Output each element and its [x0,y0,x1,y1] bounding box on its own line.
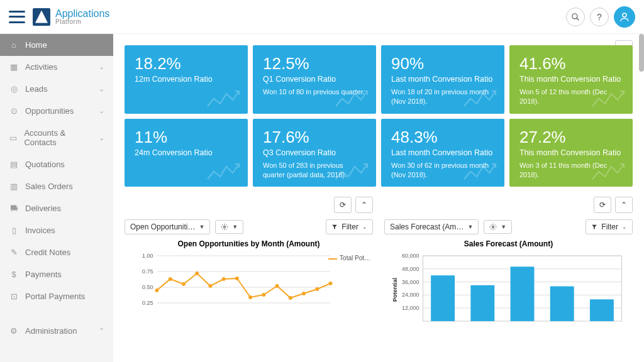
sidebar-item-label: Credit Notes [25,248,70,257]
sidebar-item-label: Home [25,40,47,50]
sparkline-icon [463,160,501,184]
sparkline-icon [335,87,372,111]
svg-text:36,000: 36,000 [402,279,419,285]
chart-filter-button[interactable]: Filter⌄ [586,219,633,234]
sidebar-item-credit-notes[interactable]: ✎Credit Notes [0,241,113,263]
sidebar-item-opportunities[interactable]: ⊙Opportunities⌄ [0,100,113,122]
chevron-up-icon: ⌃ [99,327,104,335]
chart-settings-button[interactable]: ▼ [484,220,512,234]
sidebar-item-sales-orders[interactable]: ▥Sales Orders [0,175,113,197]
svg-rect-38 [431,276,455,322]
sidebar-item-label: Accounts & Contacts [24,128,92,147]
svg-text:60,000: 60,000 [402,253,419,259]
sidebar-item-label: Portal Payments [25,292,85,301]
kpi-card[interactable]: 48.3%Last month Conversion RatioWon 30 o… [381,119,504,187]
dollar-icon: $ [9,270,19,279]
kpi-title: Q3 Conversion Ratio [263,148,366,157]
sidebar-item-payments[interactable]: $Payments [0,263,113,285]
panel-collapse-button[interactable]: ⌃ [615,197,633,213]
user-icon [619,11,630,23]
sidebar-item-label: Sales Orders [25,182,73,191]
line-chart: 0.250.500.751.00 [125,252,373,327]
kpi-value: 11% [135,128,238,147]
search-button[interactable] [566,8,585,26]
svg-rect-41 [550,287,574,321]
kpi-card[interactable]: 12.5%Q1 Conversion RatioWon 10 of 80 in … [253,45,376,114]
svg-point-15 [195,272,199,275]
chevron-down-icon: ⌄ [99,85,104,93]
kpi-title: Last month Conversion Ratio [391,75,494,84]
portal-icon: ⊡ [9,292,19,301]
svg-point-24 [315,287,319,291]
filter-icon [331,224,338,230]
sidebar-item-leads[interactable]: ◎Leads⌄ [0,78,113,100]
sparkline-icon [591,87,629,111]
sidebar-item-deliveries[interactable]: ⛟Deliveries [0,197,113,219]
svg-point-17 [222,277,226,281]
help-button[interactable]: ? [590,8,609,26]
kpi-value: 17.6% [263,128,366,147]
doc-icon: ▥ [9,182,19,191]
svg-text:24,000: 24,000 [402,292,419,299]
panel-collapse-button[interactable]: ⌃ [355,197,373,213]
kpi-card[interactable]: 27.2%This month Conversion RatioWon 3 of… [509,119,633,187]
svg-line-1 [577,18,579,20]
svg-text:0.50: 0.50 [142,284,153,290]
kpi-title: 24m Conversion Ratio [135,148,238,157]
chart-filter-button[interactable]: Filter⌄ [326,219,373,234]
kpi-card-grid: 18.2%12m Conversion Ratio12.5%Q1 Convers… [125,45,633,187]
svg-point-21 [275,284,279,288]
sidebar-item-invoices[interactable]: ▯Invoices [0,219,113,241]
sidebar-item-label: Quotations [25,160,65,169]
sidebar-item-accounts-contacts[interactable]: ▭Accounts & Contacts⌄ [0,122,113,153]
sidebar-item-activities[interactable]: ▦Activities⌄ [0,56,113,78]
calendar-icon: ▦ [9,62,19,72]
kpi-value: 48.3% [391,128,494,147]
sparkline-icon [206,160,244,184]
sidebar-item-label: Administration [25,326,77,336]
sidebar-item-quotations[interactable]: ▤Quotations [0,153,113,175]
sidebar-item-administration[interactable]: ⚙Administration⌃ [0,320,113,342]
main-content: 18.2%12m Conversion Ratio12.5%Q1 Convers… [113,34,644,362]
kpi-title: Q1 Conversion Ratio [263,75,366,84]
chart-title: Open Opportunities by Month (Amount) [125,239,373,248]
scrollbar[interactable] [639,34,644,72]
sidebar-item-portal-payments[interactable]: ⊡Portal Payments [0,285,113,307]
bar-chart: 12,00024,00036,00048,00060,000Potential [384,252,633,327]
menu-toggle-button[interactable] [9,11,25,23]
user-menu-button[interactable] [614,6,635,28]
svg-point-26 [492,226,494,228]
sidebar-item-label: Payments [25,270,62,279]
sidebar-item-label: Deliveries [25,204,61,213]
brand[interactable]: Applications Platform [33,8,109,26]
sidebar-item-home[interactable]: ⌂Home [0,34,113,56]
svg-point-18 [235,277,239,280]
brand-logo-icon [33,8,50,26]
chart-title: Sales Forecast (Amount) [384,239,633,248]
id-icon: ▭ [9,133,18,143]
panel-refresh-button[interactable]: ⟳ [334,197,352,213]
svg-text:12,000: 12,000 [402,305,419,312]
svg-text:0.75: 0.75 [142,268,153,275]
svg-rect-39 [470,285,494,321]
chart-dataset-dropdown[interactable]: Open Opportuniti…▼ [125,219,210,234]
kpi-card[interactable]: 18.2%12m Conversion Ratio [125,45,248,114]
chart-dataset-dropdown[interactable]: Sales Forecast (Am…▼ [384,219,479,234]
kpi-card[interactable]: 17.6%Q3 Conversion RatioWon 50 of 283 in… [253,119,376,187]
target-icon: ◎ [9,84,19,94]
sidebar-item-label: Opportunities [25,106,74,116]
filter-icon [591,224,597,230]
sparkline-icon [335,160,372,184]
kpi-value: 90% [391,54,494,74]
kpi-card[interactable]: 90%Last month Conversion RatioWon 18 of … [381,45,504,114]
open-opportunities-panel: Open Opportuniti…▼ ▼ Filter⌄ Open Opport… [125,219,373,327]
kpi-value: 41.6% [519,54,623,74]
kpi-title: This month Conversion Ratio [519,75,623,84]
kpi-value: 12.5% [263,54,366,74]
kpi-card[interactable]: 41.6%This month Conversion RatioWon 5 of… [509,45,633,114]
chart-settings-button[interactable]: ▼ [215,220,243,234]
kpi-card[interactable]: 11%24m Conversion Ratio [125,119,248,187]
panel-refresh-button[interactable]: ⟳ [594,197,611,213]
sidebar-item-label: Invoices [25,226,55,235]
gears-icon: ⚙ [9,326,19,336]
